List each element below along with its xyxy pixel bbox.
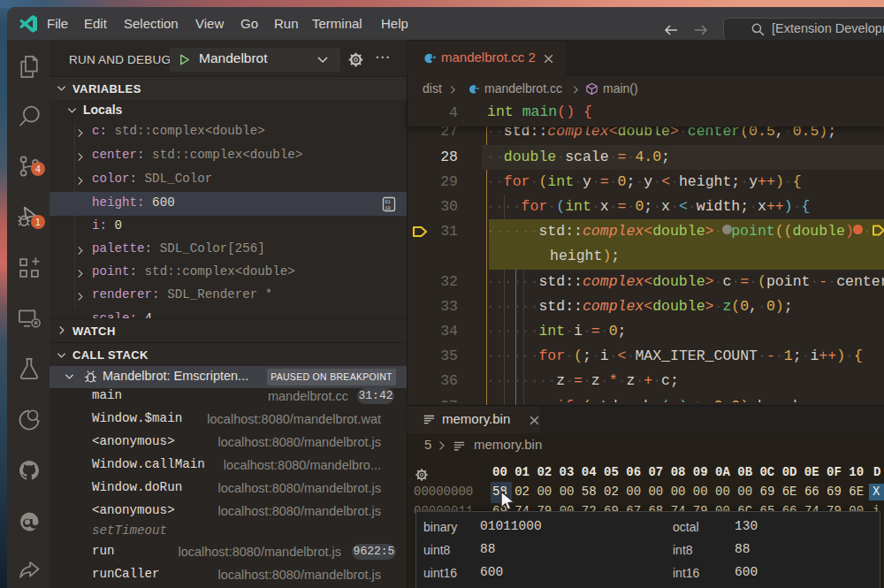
svg-text:10: 10 (385, 205, 391, 211)
